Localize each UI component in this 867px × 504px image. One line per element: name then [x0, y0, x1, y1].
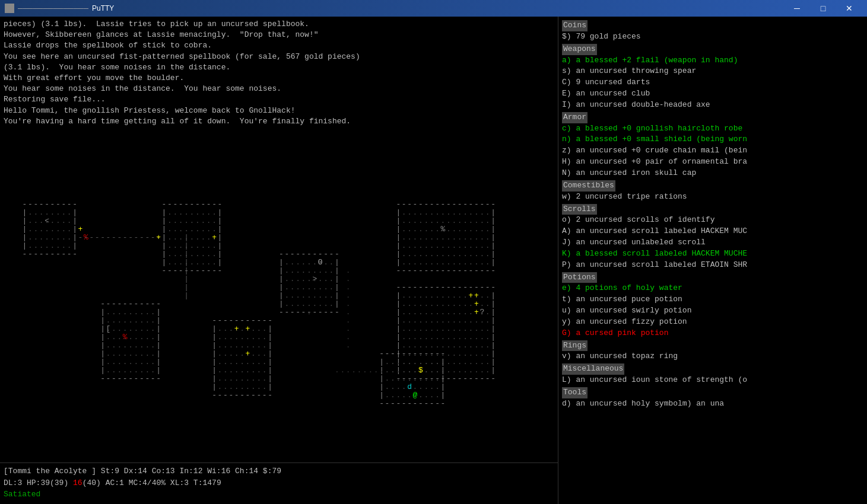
game-area: pieces) (3.1 lbs). Lassie tries to pick … — [0, 17, 558, 504]
inv-coins-text-0: 79 gold pieces — [571, 32, 641, 41]
inv-tools-item-0: d) an uncursed holy symbolm) an una — [562, 398, 863, 410]
message-log: pieces) (3.1 lbs). Lassie tries to pick … — [0, 17, 558, 183]
msg-line-3: You see here an uncursed fist-patterned … — [4, 52, 554, 62]
inventory-panel: Coins $) 79 gold pieces Weapons a) a ble… — [558, 17, 867, 504]
status-line2-prefix: DL:3 HP:39(39) — [4, 479, 73, 487]
inv-potion-item-2: u) an uncursed swirly potion — [562, 305, 863, 317]
msg-line-1: However, Skibbereen glances at Lassie me… — [4, 30, 554, 40]
inv-weapons-header: Weapons — [562, 44, 597, 55]
inv-scroll-item-4: P) an uncursed scroll labeled ETAOIN SHR — [562, 260, 863, 271]
inv-rings-header: Rings — [562, 340, 587, 352]
minimize-button[interactable]: ─ — [784, 0, 810, 17]
inv-weapon-item-0: a) a blessed +2 flail (weapon in hand) — [562, 55, 863, 66]
inv-potion-item-0: e) 4 potions of holy water — [562, 283, 863, 294]
close-button[interactable]: ✕ — [836, 0, 862, 17]
inv-potion-item-3: y) an uncursed fizzy potion — [562, 317, 863, 328]
inv-armor-header: Armor — [562, 112, 587, 123]
msg-line-6: You hear some noises in the distance. Yo… — [4, 84, 554, 94]
msg-line-4: (3.1 lbs). You hear some noises in the d… — [4, 62, 554, 73]
title-bar: ────────────── PuTTY ─ □ ✕ — [0, 0, 867, 17]
satiated-status: Satiated — [4, 489, 554, 500]
inv-scroll-item-2: J) an uncursed unlabeled scroll — [562, 237, 863, 248]
inv-coins-header: Coins — [562, 20, 587, 31]
mp-value: 16 — [73, 479, 82, 487]
inv-armor-item-2: z) an uncursed +0 crude chain mail (bein — [562, 145, 863, 157]
msg-line-5: With great effort you move the boulder. — [4, 73, 554, 84]
window-controls: ─ □ ✕ — [784, 0, 862, 17]
map-area — [0, 183, 558, 462]
maximize-button[interactable]: □ — [810, 0, 836, 17]
msg-line-9: You're having a hard time getting all of… — [4, 116, 554, 127]
status-line2-suffix: (40) AC:1 MC:4/40% XL:3 T:1479 — [82, 479, 221, 487]
inv-comestibles-item-0: w) 2 uncursed tripe rations — [562, 192, 863, 203]
inv-scroll-item-3: K) a blessed scroll labeled HACKEM MUCHE — [562, 248, 863, 260]
msg-line-7: Restoring save file... — [4, 94, 554, 105]
inv-potion-item-4: G) a cursed pink potion — [562, 328, 863, 339]
inv-armor-item-1: n) a blessed +0 small shield (being worn — [562, 134, 863, 145]
inv-weapon-item-3: E) an uncursed club — [562, 88, 863, 100]
msg-line-8: Hello Tommi, the gnollish Priestess, wel… — [4, 106, 554, 116]
inv-misc-item-0: L) an uncursed ioun stone of strength (o — [562, 375, 863, 386]
app-title: PuTTY — [92, 4, 114, 12]
inv-potion-item-1: t) an uncursed puce potion — [562, 294, 863, 305]
status-line1: [Tommi the Acolyte ] St:9 Dx:14 Co:13 In… — [4, 465, 554, 477]
inv-armor-item-3: H) an uncursed +0 pair of ornamental bra — [562, 157, 863, 168]
inv-weapon-item-1: s) an uncursed throwing spear — [562, 66, 863, 77]
status-bar: [Tommi the Acolyte ] St:9 Dx:14 Co:13 In… — [0, 462, 558, 504]
inv-coins-item-0: $) 79 gold pieces — [562, 31, 863, 43]
msg-line-0: pieces) (3.1 lbs). Lassie tries to pick … — [4, 19, 554, 30]
app-icon — [5, 4, 14, 13]
inv-scroll-item-1: A) an uncursed scroll labeled HACKEM MUC — [562, 226, 863, 237]
inv-weapon-item-4: I) an uncursed double-headed axe — [562, 100, 863, 111]
inv-ring-item-0: v) an uncursed topaz ring — [562, 351, 863, 362]
inv-weapon-item-2: C) 9 uncursed darts — [562, 77, 863, 88]
msg-line-2: Lassie drops the spellbook of stick to c… — [4, 40, 554, 51]
hostname-label: ────────────── — [18, 4, 88, 12]
inv-potions-header: Potions — [562, 272, 597, 283]
title-bar-left: ────────────── PuTTY — [5, 4, 114, 13]
main-area: pieces) (3.1 lbs). Lassie tries to pick … — [0, 17, 867, 504]
inv-tools-header: Tools — [562, 387, 587, 398]
inv-coins-key-0: $) — [562, 32, 571, 41]
status-line2: DL:3 HP:39(39) 16(40) AC:1 MC:4/40% XL:3… — [4, 477, 554, 489]
inv-comestibles-header: Comestibles — [562, 180, 615, 192]
inv-armor-item-4: N) an uncursed iron skull cap — [562, 168, 863, 179]
inv-scroll-item-0: o) 2 uncursed scrolls of identify — [562, 215, 863, 226]
inv-scrolls-header: Scrolls — [562, 204, 597, 215]
inv-misc-header: Miscellaneous — [562, 363, 624, 375]
inv-armor-item-0: c) a blessed +0 gnollish haircloth robe — [562, 123, 863, 135]
